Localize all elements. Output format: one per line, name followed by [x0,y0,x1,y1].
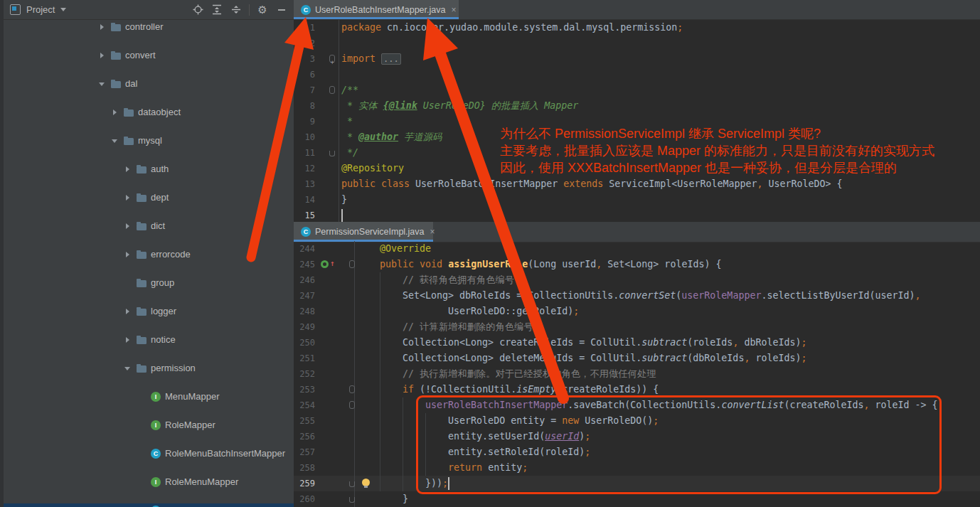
tree-item-controller[interactable]: controller [0,20,294,34]
line-number[interactable]: 247 [294,288,315,304]
line-number[interactable]: 252 [294,366,315,382]
chevron-right-icon[interactable] [124,336,131,343]
chevron-down-icon[interactable] [111,137,118,144]
settings-gear-icon[interactable]: ⚙ [256,4,269,16]
tree-item-rolemenumapper[interactable]: IRoleMenuMapper [0,475,294,489]
folded-imports[interactable]: ... [381,53,401,65]
fold-marker-icon[interactable] [329,55,335,63]
chevron-right-icon[interactable] [124,194,131,201]
code-area-top[interactable]: 1package cn.iocoder.yudao.module.system.… [294,20,980,222]
line-number[interactable]: 2 [294,36,315,51]
chevron-down-icon[interactable] [60,8,66,11]
tree-item-userrolebatchinsertmapper[interactable]: CUserRoleBatchInsertMapper [0,503,294,507]
tree-item-errorcode[interactable]: errorcode [0,247,294,262]
code-line-257[interactable]: 257 entity.setRoleId(roleId); [294,444,980,460]
editor-top[interactable]: C UserRoleBatchInsertMapper.java × 1pack… [294,0,980,222]
code-line-8[interactable]: 8 * 实体 {@link UserRoleDO} 的批量插入 Mapper [294,98,980,114]
code-line-12[interactable]: 12@Repository [294,161,980,176]
line-number[interactable]: 253 [294,382,315,397]
locate-file-icon[interactable] [191,4,204,16]
code-line-1[interactable]: 1package cn.iocoder.yudao.module.system.… [294,20,980,36]
chevron-right-icon[interactable] [124,308,131,315]
close-icon[interactable]: × [451,6,456,14]
tree-item-auth[interactable]: auth [0,162,294,176]
line-number[interactable]: 248 [294,304,315,319]
code-line-10[interactable]: 10 * @author 芋道源码 [294,129,980,145]
tree-item-permission[interactable]: permission [0,361,294,375]
code-line-9[interactable]: 9 * [294,114,980,129]
code-line-3[interactable]: 3import ... [294,51,980,67]
line-number[interactable]: 254 [294,397,315,413]
code-line-260[interactable]: 260 } [294,491,980,507]
fold-marker-icon[interactable] [349,481,355,487]
tree-item-rolemapper[interactable]: IRoleMapper [0,418,294,432]
line-number[interactable]: 14 [294,192,315,208]
code-line-256[interactable]: 256 entity.setUserId(userId); [294,429,980,444]
code-line-253[interactable]: 253 if (!CollectionUtil.isEmpty(createRo… [294,382,980,397]
line-number[interactable]: 245 [294,257,315,272]
chevron-right-icon[interactable] [98,52,105,59]
fold-marker-icon[interactable] [349,497,355,503]
code-area-bottom[interactable]: 244 @Override245↑ public void assignUser… [294,241,980,507]
code-line-250[interactable]: 250 Collection<Long> createRoleIds = Col… [294,335,980,351]
fold-marker-icon[interactable] [329,86,335,94]
fold-marker-icon[interactable] [349,401,355,409]
line-number[interactable]: 250 [294,335,315,351]
tree-item-logger[interactable]: logger [0,304,294,319]
code-line-6[interactable]: 6 [294,67,980,82]
code-line-2[interactable]: 2 [294,36,980,51]
line-number[interactable]: 244 [294,241,315,257]
code-line-13[interactable]: 13public class UserRoleBatchInsertMapper… [294,176,980,192]
code-line-251[interactable]: 251 Collection<Long> deleteMenuIds = Col… [294,351,980,366]
tab-userrolebatchinsertmapper[interactable]: C UserRoleBatchInsertMapper.java × [294,0,459,19]
tree-item-group[interactable]: group [0,276,294,290]
expand-all-icon[interactable] [211,4,223,16]
code-line-246[interactable]: 246 // 获得角色拥有角色编号 [294,272,980,288]
tree-item-convert[interactable]: convert [0,48,294,63]
line-number[interactable]: 9 [294,114,315,129]
line-number[interactable]: 260 [294,491,315,507]
line-number[interactable]: 6 [294,67,315,82]
fold-marker-icon[interactable] [349,260,355,268]
close-icon[interactable]: × [430,228,435,236]
code-line-15[interactable]: 15 [294,208,980,222]
code-line-248[interactable]: 248 UserRoleDO::getRoleId); [294,304,980,319]
chevron-right-icon[interactable] [111,109,118,116]
line-number[interactable]: 257 [294,444,315,460]
hide-panel-icon[interactable] [275,4,288,16]
line-number[interactable]: 256 [294,429,315,444]
code-line-249[interactable]: 249 // 计算新增和删除的角色编号 [294,319,980,335]
line-number[interactable]: 246 [294,272,315,288]
line-number[interactable]: 259 [294,476,315,491]
code-line-258[interactable]: 258 return entity; [294,460,980,476]
line-number[interactable]: 3 [294,51,315,67]
line-number[interactable]: 13 [294,176,315,192]
line-number[interactable]: 12 [294,161,315,176]
line-number[interactable]: 251 [294,351,315,366]
code-line-255[interactable]: 255 UserRoleDO entity = new UserRoleDO()… [294,413,980,429]
line-number[interactable]: 15 [294,208,315,222]
code-line-245[interactable]: 245↑ public void assignUserRole(Long use… [294,257,980,272]
line-number[interactable]: 10 [294,129,315,145]
tree-item-dataobject[interactable]: dataobject [0,105,294,119]
tab-permissionserviceimpl[interactable]: C PermissionServiceImpl.java × [294,222,433,242]
code-line-7[interactable]: 7/** [294,82,980,98]
code-line-259[interactable]: 259 })); [294,476,980,491]
collapse-all-icon[interactable] [230,4,243,16]
line-number[interactable]: 8 [294,98,315,114]
line-number[interactable]: 258 [294,460,315,476]
tree-item-dict[interactable]: dict [0,219,294,233]
line-number[interactable]: 1 [294,20,315,36]
tree-item-notice[interactable]: notice [0,333,294,347]
fold-marker-icon[interactable] [349,385,355,393]
overrides-method-gutter-icon[interactable] [321,260,329,268]
editor-bottom[interactable]: C PermissionServiceImpl.java × 244 @Over… [294,222,980,507]
chevron-right-icon[interactable] [124,251,131,258]
chevron-right-icon[interactable] [124,166,131,173]
chevron-right-icon[interactable] [98,23,105,31]
tree-item-dept[interactable]: dept [0,191,294,205]
code-line-11[interactable]: 11 */ [294,145,980,161]
tree-item-menumapper[interactable]: IMenuMapper [0,390,294,404]
line-number[interactable]: 255 [294,413,315,429]
tree-item-mysql[interactable]: mysql [0,134,294,148]
